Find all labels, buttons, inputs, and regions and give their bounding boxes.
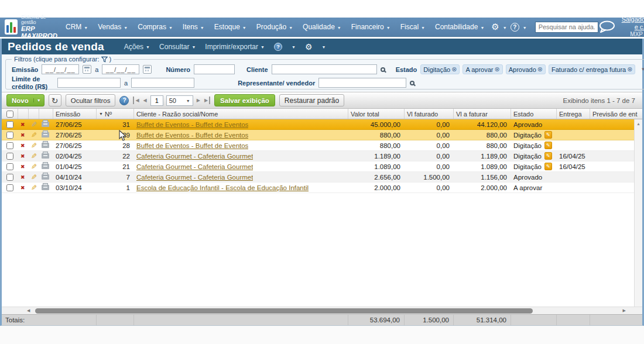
delete-icon[interactable]: ✖ bbox=[20, 174, 25, 180]
refresh-button[interactable]: ↻ bbox=[49, 94, 61, 106]
restaurar-padrao-button[interactable]: Restaurar padrão bbox=[279, 94, 344, 106]
vertical-scrollbar[interactable]: ▲ bbox=[634, 119, 642, 307]
topbar-menu-itens[interactable]: Itens▼ bbox=[183, 23, 204, 31]
help-icon[interactable]: ? bbox=[511, 23, 519, 32]
cliente-link[interactable]: Buffet de Eventos - Buffet de Eventos bbox=[136, 132, 248, 139]
scrollbar-thumb[interactable] bbox=[35, 308, 533, 314]
row-checkbox[interactable] bbox=[6, 153, 13, 160]
cliente-link[interactable]: Buffet de Eventos - Buffet de Eventos bbox=[136, 121, 248, 128]
limite-from-input[interactable] bbox=[57, 78, 121, 88]
novo-button[interactable]: Novo ▼ bbox=[6, 94, 44, 106]
topbar-menu-financeiro[interactable]: Financeiro▼ bbox=[351, 23, 390, 31]
topbar-menu-fiscal[interactable]: Fiscal▼ bbox=[400, 23, 425, 31]
row-checkbox[interactable] bbox=[6, 142, 13, 149]
col-valor-total[interactable]: Valor total bbox=[348, 109, 405, 119]
scroll-right-icon[interactable]: ▶ bbox=[621, 308, 627, 313]
delete-icon[interactable]: ✖ bbox=[20, 164, 25, 170]
delete-icon[interactable]: ✖ bbox=[20, 153, 25, 159]
numero-input[interactable] bbox=[194, 64, 235, 74]
delete-icon[interactable]: ✖ bbox=[20, 143, 25, 149]
table-row[interactable]: ✖ ✎ 03/10/24 1 Escola de Educação Infant… bbox=[2, 183, 634, 193]
remove-tag-icon[interactable]: ⊗ bbox=[627, 66, 632, 73]
row-checkbox[interactable] bbox=[6, 132, 13, 139]
representante-input[interactable] bbox=[318, 78, 406, 88]
print-icon[interactable] bbox=[42, 153, 49, 159]
col-vl-a-faturar[interactable]: Vl a faturar bbox=[454, 109, 511, 119]
col-entrega[interactable]: Entrega bbox=[557, 109, 590, 119]
table-row[interactable]: ✖ ✎ 27/06/25 28 Buffet de Eventos - Buff… bbox=[2, 140, 634, 151]
pager-next-button[interactable]: ▶ bbox=[196, 97, 201, 104]
estado-tag-aprovado[interactable]: Aprovado⊗ bbox=[506, 64, 546, 74]
print-icon[interactable] bbox=[42, 143, 49, 148]
estado-tag-a-aprovar[interactable]: A aprovar⊗ bbox=[463, 64, 502, 74]
table-row[interactable]: ✖ ✎ 27/06/25 31 Buffet de Eventos - Buff… bbox=[2, 119, 634, 130]
topbar-menu-vendas[interactable]: Vendas▼ bbox=[98, 23, 128, 31]
chat-bubble-icon[interactable] bbox=[598, 20, 616, 33]
chevron-down-icon[interactable]: ▼ bbox=[321, 45, 326, 49]
page-size-select[interactable]: 50▼ bbox=[166, 95, 193, 106]
select-all-checkbox-cell[interactable] bbox=[2, 109, 18, 119]
topbar-menu-crm[interactable]: CRM▼ bbox=[66, 23, 88, 31]
estado-edit-icon[interactable]: ✎ bbox=[544, 152, 552, 160]
estado-edit-icon[interactable]: ✎ bbox=[544, 163, 552, 170]
delete-icon[interactable]: ✖ bbox=[20, 185, 25, 191]
salvar-exibicao-button[interactable]: Salvar exibição bbox=[214, 94, 275, 106]
edit-icon[interactable]: ✎ bbox=[31, 163, 37, 171]
print-icon[interactable] bbox=[42, 132, 49, 137]
edit-icon[interactable]: ✎ bbox=[31, 184, 37, 192]
row-checkbox[interactable] bbox=[6, 163, 13, 170]
estado-dropdown-icon[interactable]: ▼ bbox=[640, 67, 644, 72]
edit-icon[interactable]: ✎ bbox=[31, 173, 37, 181]
print-icon[interactable] bbox=[42, 185, 49, 190]
chevron-down-icon[interactable]: ▼ bbox=[523, 26, 527, 30]
col-numero[interactable]: ▼Nº bbox=[97, 109, 134, 119]
print-icon[interactable] bbox=[42, 122, 49, 127]
help-icon[interactable]: ? bbox=[119, 96, 129, 105]
edit-icon[interactable]: ✎ bbox=[31, 131, 37, 139]
col-vl-faturado[interactable]: Vl faturado bbox=[405, 109, 454, 119]
col-emissao[interactable]: Emissão bbox=[53, 109, 97, 119]
user-menu[interactable]: Salgados e c... MXP ▼ bbox=[622, 16, 644, 38]
cliente-link[interactable]: Escola de Educação Infantil - Escola de … bbox=[136, 184, 309, 191]
menu-acoes[interactable]: Ações▼ bbox=[124, 43, 150, 51]
table-row[interactable]: ✖ ✎ 04/10/24 7 Cafeteria Gourmet - Cafet… bbox=[2, 172, 634, 183]
remove-tag-icon[interactable]: ⊗ bbox=[494, 66, 499, 73]
remove-tag-icon[interactable]: ⊗ bbox=[451, 66, 457, 73]
delete-icon[interactable]: ✖ bbox=[20, 122, 25, 128]
topbar-menu-producao[interactable]: Produção▼ bbox=[256, 23, 293, 31]
col-previsao[interactable]: Previsão de ent bbox=[590, 109, 642, 119]
row-checkbox[interactable] bbox=[6, 174, 13, 181]
ocultar-filtros-button[interactable]: Ocultar filtros bbox=[66, 94, 116, 106]
cliente-link[interactable]: Cafeteria Gourmet - Cafeteria Gourmet bbox=[136, 153, 253, 160]
table-row[interactable]: ✖ ✎ 27/06/25 29 Buffet de Eventos - Buff… bbox=[2, 130, 634, 140]
table-row[interactable]: ✖ ✎ 02/04/25 22 Cafeteria Gourmet - Cafe… bbox=[2, 151, 634, 161]
row-checkbox[interactable] bbox=[6, 184, 13, 191]
gear-icon[interactable]: ⚙ bbox=[305, 42, 313, 51]
estado-edit-icon[interactable]: ✎ bbox=[544, 131, 552, 139]
topbar-menu-contabilidade[interactable]: Contabilidade▼ bbox=[435, 23, 484, 31]
edit-icon[interactable]: ✎ bbox=[31, 152, 37, 160]
col-estado[interactable]: Estado bbox=[511, 109, 557, 119]
cliente-link[interactable]: Buffet de Eventos - Buffet de Eventos bbox=[136, 142, 248, 149]
estado-edit-icon[interactable]: ✎ bbox=[544, 142, 552, 149]
app-logo[interactable] bbox=[5, 19, 18, 35]
print-icon[interactable] bbox=[42, 174, 49, 180]
remove-tag-icon[interactable]: ⊗ bbox=[537, 66, 543, 73]
cliente-input[interactable] bbox=[272, 64, 377, 74]
menu-consultar[interactable]: Consultar▼ bbox=[159, 43, 196, 51]
menu-imprimir-exportar[interactable]: Imprimir/exportar▼ bbox=[205, 43, 265, 51]
pager-last-button[interactable]: ▶ bbox=[204, 97, 210, 104]
table-row[interactable]: ✖ ✎ 01/04/25 21 Cafeteria Gourmet - Cafe… bbox=[2, 161, 634, 172]
user-name-link[interactable]: Salgados e c... bbox=[622, 16, 644, 31]
topbar-menu-compras[interactable]: Compras▼ bbox=[138, 23, 173, 31]
select-all-checkbox[interactable] bbox=[6, 111, 13, 118]
calendar-icon[interactable] bbox=[143, 65, 152, 74]
pager-first-button[interactable]: ◀ bbox=[133, 97, 139, 104]
emissao-to-input[interactable] bbox=[102, 64, 139, 74]
emissao-from-input[interactable] bbox=[42, 64, 79, 74]
search-icon[interactable] bbox=[410, 81, 415, 85]
row-checkbox[interactable] bbox=[6, 121, 13, 128]
estado-tag-digitacao[interactable]: Digitação⊗ bbox=[420, 64, 460, 74]
calendar-icon[interactable] bbox=[83, 65, 91, 74]
delete-icon[interactable]: ✖ bbox=[20, 132, 25, 138]
